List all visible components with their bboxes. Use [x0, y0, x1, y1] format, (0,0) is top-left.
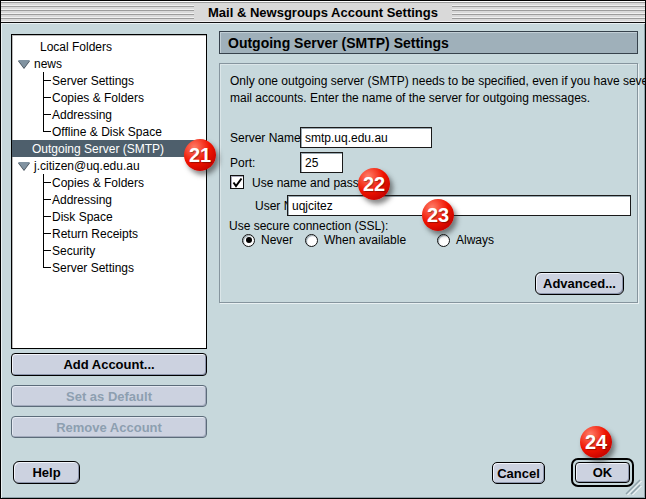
- set-as-default-button: Set as Default: [11, 385, 207, 407]
- radio-button-icon[interactable]: [305, 234, 318, 247]
- sidebar-item-label: Outgoing Server (SMTP): [12, 142, 164, 156]
- sidebar-item-label: Offline & Disk Space: [12, 125, 162, 139]
- sidebar-item-label: Addressing: [12, 193, 112, 207]
- sidebar-item-security[interactable]: Security: [12, 242, 206, 259]
- advanced-button[interactable]: Advanced...: [535, 272, 624, 295]
- user-name-input[interactable]: uqjcitez: [287, 195, 631, 216]
- sidebar-item-copies-folders[interactable]: Copies & Folders: [12, 89, 206, 106]
- sidebar-item-copies-folders[interactable]: Copies & Folders: [12, 174, 206, 191]
- sidebar-item-label: news: [30, 57, 62, 71]
- annotation-badge-23: 23: [422, 199, 454, 231]
- annotation-badge-22: 22: [358, 168, 390, 200]
- sidebar-item-news[interactable]: news: [12, 55, 206, 72]
- ssl-option-never[interactable]: Never: [242, 233, 305, 247]
- sidebar-item-label: Disk Space: [12, 210, 113, 224]
- description-line2: mail accounts. Enter the name of the ser…: [230, 91, 590, 105]
- sidebar-item-label: Security: [12, 244, 95, 258]
- ok-button[interactable]: OK: [575, 462, 630, 483]
- window-titlebar[interactable]: Mail & Newsgroups Account Settings: [1, 1, 645, 23]
- server-name-label: Server Name:: [230, 131, 304, 145]
- radio-button-icon[interactable]: [437, 234, 450, 247]
- ssl-option-label: When available: [324, 233, 406, 247]
- port-label: Port:: [230, 156, 255, 170]
- sidebar-item-disk-space[interactable]: Disk Space: [12, 208, 206, 225]
- sidebar-item-return-receipts[interactable]: Return Receipts: [12, 225, 206, 242]
- ssl-option-label: Always: [456, 233, 494, 247]
- ssl-option-label: Never: [261, 233, 293, 247]
- sidebar-item-addressing[interactable]: Addressing: [12, 106, 206, 123]
- dialog-body: Local FoldersnewsServer SettingsCopies &…: [1, 23, 645, 498]
- smtp-settings-group: Only one outgoing server (SMTP) needs to…: [219, 63, 638, 303]
- annotation-badge-24: 24: [580, 426, 612, 458]
- annotation-badge-21: 21: [184, 139, 216, 171]
- add-account-button[interactable]: Add Account...: [11, 353, 207, 376]
- sidebar-item-j-citizen-uq-edu-au[interactable]: j.citizen@uq.edu.au: [12, 157, 206, 174]
- ssl-option-always[interactable]: Always: [437, 233, 494, 247]
- server-name-input[interactable]: smtp.uq.edu.au: [300, 127, 432, 148]
- port-input[interactable]: 25: [300, 152, 343, 173]
- sidebar-item-label: Server Settings: [12, 74, 134, 88]
- sidebar-item-offline-disk-space[interactable]: Offline & Disk Space: [12, 123, 206, 140]
- sidebar-item-server-settings[interactable]: Server Settings: [12, 72, 206, 89]
- help-button[interactable]: Help: [13, 461, 80, 484]
- sidebar-item-label: Copies & Folders: [12, 176, 144, 190]
- disclosure-triangle-icon[interactable]: [18, 162, 30, 170]
- window-title: Mail & Newsgroups Account Settings: [194, 3, 452, 20]
- ssl-option-when-available[interactable]: When available: [305, 233, 437, 247]
- sidebar-item-server-settings[interactable]: Server Settings: [12, 259, 206, 276]
- cancel-button[interactable]: Cancel: [492, 462, 545, 484]
- radio-button-icon[interactable]: [242, 234, 255, 247]
- sidebar-item-label: Return Receipts: [12, 227, 138, 241]
- sidebar-item-local-folders[interactable]: Local Folders: [12, 38, 206, 55]
- sidebar-item-addressing[interactable]: Addressing: [12, 191, 206, 208]
- ssl-label: Use secure connection (SSL):: [229, 219, 388, 233]
- sidebar-item-label: Local Folders: [12, 40, 112, 54]
- sidebar-item-label: Server Settings: [12, 261, 134, 275]
- account-settings-window: Mail & Newsgroups Account Settings Local…: [0, 0, 646, 499]
- sidebar-item-label: Addressing: [12, 108, 112, 122]
- resize-grip[interactable]: [624, 479, 642, 495]
- sidebar-item-label: Copies & Folders: [12, 91, 144, 105]
- sidebar-item-outgoing-server-smtp[interactable]: Outgoing Server (SMTP): [12, 140, 206, 157]
- disclosure-triangle-icon[interactable]: [18, 60, 30, 68]
- checkmark-icon: [232, 177, 243, 188]
- remove-account-button: Remove Account: [11, 416, 207, 438]
- page-title: Outgoing Server (SMTP) Settings: [219, 31, 638, 54]
- accounts-tree: Local FoldersnewsServer SettingsCopies &…: [11, 34, 207, 349]
- sidebar-item-label: j.citizen@uq.edu.au: [30, 159, 140, 173]
- description-line1: Only one outgoing server (SMTP) needs to…: [230, 74, 646, 88]
- use-name-password-checkbox[interactable]: [230, 175, 244, 189]
- ssl-radio-group: NeverWhen availableAlways: [242, 233, 494, 247]
